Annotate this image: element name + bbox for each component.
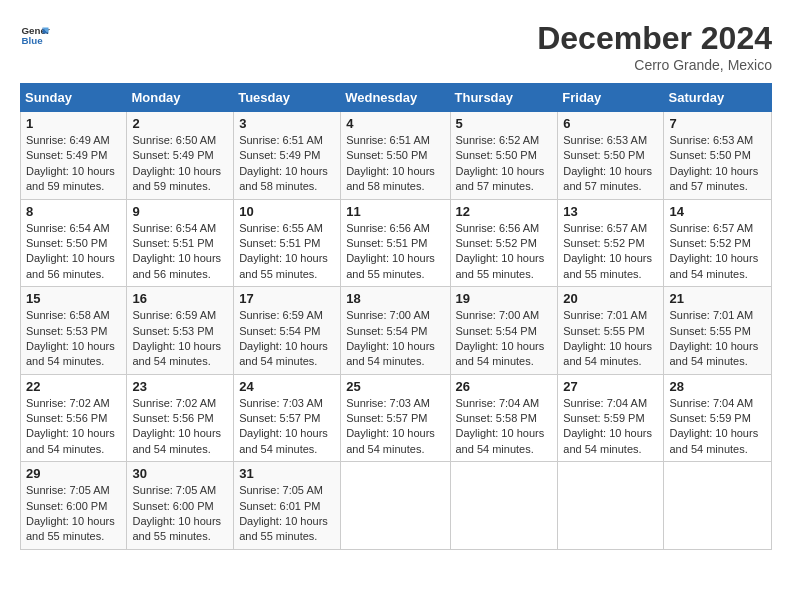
- day-info: Sunrise: 6:51 AMSunset: 5:50 PMDaylight:…: [346, 133, 444, 195]
- day-info: Sunrise: 7:04 AMSunset: 5:59 PMDaylight:…: [563, 396, 658, 458]
- day-info: Sunrise: 7:03 AMSunset: 5:57 PMDaylight:…: [239, 396, 335, 458]
- day-info: Sunrise: 7:05 AMSunset: 6:00 PMDaylight:…: [132, 483, 228, 545]
- day-info: Sunrise: 6:53 AMSunset: 5:50 PMDaylight:…: [669, 133, 766, 195]
- calendar-cell: 6Sunrise: 6:53 AMSunset: 5:50 PMDaylight…: [558, 112, 664, 200]
- day-info: Sunrise: 6:53 AMSunset: 5:50 PMDaylight:…: [563, 133, 658, 195]
- day-info: Sunrise: 7:03 AMSunset: 5:57 PMDaylight:…: [346, 396, 444, 458]
- calendar-cell: 25Sunrise: 7:03 AMSunset: 5:57 PMDayligh…: [341, 374, 450, 462]
- day-info: Sunrise: 6:59 AMSunset: 5:53 PMDaylight:…: [132, 308, 228, 370]
- day-number: 25: [346, 379, 444, 394]
- day-info: Sunrise: 7:02 AMSunset: 5:56 PMDaylight:…: [132, 396, 228, 458]
- calendar-cell: 20Sunrise: 7:01 AMSunset: 5:55 PMDayligh…: [558, 287, 664, 375]
- day-info: Sunrise: 6:50 AMSunset: 5:49 PMDaylight:…: [132, 133, 228, 195]
- day-number: 1: [26, 116, 121, 131]
- day-number: 14: [669, 204, 766, 219]
- location-subtitle: Cerro Grande, Mexico: [537, 57, 772, 73]
- logo-icon: General Blue: [20, 20, 50, 50]
- calendar-header-row: SundayMondayTuesdayWednesdayThursdayFrid…: [21, 84, 772, 112]
- day-number: 15: [26, 291, 121, 306]
- day-number: 24: [239, 379, 335, 394]
- day-number: 23: [132, 379, 228, 394]
- day-info: Sunrise: 7:02 AMSunset: 5:56 PMDaylight:…: [26, 396, 121, 458]
- day-number: 7: [669, 116, 766, 131]
- day-info: Sunrise: 7:05 AMSunset: 6:00 PMDaylight:…: [26, 483, 121, 545]
- day-number: 12: [456, 204, 553, 219]
- day-number: 3: [239, 116, 335, 131]
- calendar-cell: 22Sunrise: 7:02 AMSunset: 5:56 PMDayligh…: [21, 374, 127, 462]
- day-number: 9: [132, 204, 228, 219]
- day-info: Sunrise: 6:59 AMSunset: 5:54 PMDaylight:…: [239, 308, 335, 370]
- day-info: Sunrise: 6:49 AMSunset: 5:49 PMDaylight:…: [26, 133, 121, 195]
- calendar-cell: 4Sunrise: 6:51 AMSunset: 5:50 PMDaylight…: [341, 112, 450, 200]
- logo: General Blue: [20, 20, 50, 50]
- week-row-1: 1Sunrise: 6:49 AMSunset: 5:49 PMDaylight…: [21, 112, 772, 200]
- week-row-2: 8Sunrise: 6:54 AMSunset: 5:50 PMDaylight…: [21, 199, 772, 287]
- calendar-cell: 8Sunrise: 6:54 AMSunset: 5:50 PMDaylight…: [21, 199, 127, 287]
- day-number: 11: [346, 204, 444, 219]
- day-number: 20: [563, 291, 658, 306]
- col-header-sunday: Sunday: [21, 84, 127, 112]
- calendar-cell: 27Sunrise: 7:04 AMSunset: 5:59 PMDayligh…: [558, 374, 664, 462]
- calendar-cell: [341, 462, 450, 550]
- day-number: 29: [26, 466, 121, 481]
- day-number: 4: [346, 116, 444, 131]
- day-info: Sunrise: 6:56 AMSunset: 5:52 PMDaylight:…: [456, 221, 553, 283]
- calendar-cell: 15Sunrise: 6:58 AMSunset: 5:53 PMDayligh…: [21, 287, 127, 375]
- week-row-3: 15Sunrise: 6:58 AMSunset: 5:53 PMDayligh…: [21, 287, 772, 375]
- calendar-cell: 13Sunrise: 6:57 AMSunset: 5:52 PMDayligh…: [558, 199, 664, 287]
- day-info: Sunrise: 7:04 AMSunset: 5:59 PMDaylight:…: [669, 396, 766, 458]
- day-number: 30: [132, 466, 228, 481]
- calendar-table: SundayMondayTuesdayWednesdayThursdayFrid…: [20, 83, 772, 550]
- day-number: 13: [563, 204, 658, 219]
- page-header: General Blue December 2024 Cerro Grande,…: [20, 20, 772, 73]
- day-info: Sunrise: 6:51 AMSunset: 5:49 PMDaylight:…: [239, 133, 335, 195]
- col-header-tuesday: Tuesday: [234, 84, 341, 112]
- day-number: 19: [456, 291, 553, 306]
- calendar-cell: [558, 462, 664, 550]
- calendar-cell: 30Sunrise: 7:05 AMSunset: 6:00 PMDayligh…: [127, 462, 234, 550]
- calendar-cell: 11Sunrise: 6:56 AMSunset: 5:51 PMDayligh…: [341, 199, 450, 287]
- day-info: Sunrise: 7:01 AMSunset: 5:55 PMDaylight:…: [563, 308, 658, 370]
- day-info: Sunrise: 6:56 AMSunset: 5:51 PMDaylight:…: [346, 221, 444, 283]
- day-info: Sunrise: 6:57 AMSunset: 5:52 PMDaylight:…: [563, 221, 658, 283]
- calendar-cell: 18Sunrise: 7:00 AMSunset: 5:54 PMDayligh…: [341, 287, 450, 375]
- calendar-cell: 24Sunrise: 7:03 AMSunset: 5:57 PMDayligh…: [234, 374, 341, 462]
- calendar-cell: 5Sunrise: 6:52 AMSunset: 5:50 PMDaylight…: [450, 112, 558, 200]
- calendar-cell: 29Sunrise: 7:05 AMSunset: 6:00 PMDayligh…: [21, 462, 127, 550]
- calendar-cell: [450, 462, 558, 550]
- day-info: Sunrise: 7:04 AMSunset: 5:58 PMDaylight:…: [456, 396, 553, 458]
- day-info: Sunrise: 7:01 AMSunset: 5:55 PMDaylight:…: [669, 308, 766, 370]
- day-info: Sunrise: 6:54 AMSunset: 5:51 PMDaylight:…: [132, 221, 228, 283]
- calendar-cell: 12Sunrise: 6:56 AMSunset: 5:52 PMDayligh…: [450, 199, 558, 287]
- day-number: 28: [669, 379, 766, 394]
- month-title: December 2024: [537, 20, 772, 57]
- svg-text:Blue: Blue: [22, 35, 44, 46]
- day-number: 27: [563, 379, 658, 394]
- col-header-friday: Friday: [558, 84, 664, 112]
- calendar-cell: 7Sunrise: 6:53 AMSunset: 5:50 PMDaylight…: [664, 112, 772, 200]
- calendar-cell: 26Sunrise: 7:04 AMSunset: 5:58 PMDayligh…: [450, 374, 558, 462]
- day-number: 8: [26, 204, 121, 219]
- calendar-cell: 16Sunrise: 6:59 AMSunset: 5:53 PMDayligh…: [127, 287, 234, 375]
- calendar-cell: 2Sunrise: 6:50 AMSunset: 5:49 PMDaylight…: [127, 112, 234, 200]
- day-info: Sunrise: 6:52 AMSunset: 5:50 PMDaylight:…: [456, 133, 553, 195]
- day-number: 17: [239, 291, 335, 306]
- day-info: Sunrise: 6:55 AMSunset: 5:51 PMDaylight:…: [239, 221, 335, 283]
- day-number: 2: [132, 116, 228, 131]
- week-row-5: 29Sunrise: 7:05 AMSunset: 6:00 PMDayligh…: [21, 462, 772, 550]
- calendar-cell: 1Sunrise: 6:49 AMSunset: 5:49 PMDaylight…: [21, 112, 127, 200]
- calendar-cell: [664, 462, 772, 550]
- day-number: 21: [669, 291, 766, 306]
- week-row-4: 22Sunrise: 7:02 AMSunset: 5:56 PMDayligh…: [21, 374, 772, 462]
- day-info: Sunrise: 6:58 AMSunset: 5:53 PMDaylight:…: [26, 308, 121, 370]
- day-info: Sunrise: 7:00 AMSunset: 5:54 PMDaylight:…: [346, 308, 444, 370]
- day-info: Sunrise: 6:57 AMSunset: 5:52 PMDaylight:…: [669, 221, 766, 283]
- day-number: 6: [563, 116, 658, 131]
- calendar-cell: 3Sunrise: 6:51 AMSunset: 5:49 PMDaylight…: [234, 112, 341, 200]
- day-info: Sunrise: 7:00 AMSunset: 5:54 PMDaylight:…: [456, 308, 553, 370]
- calendar-cell: 9Sunrise: 6:54 AMSunset: 5:51 PMDaylight…: [127, 199, 234, 287]
- day-number: 26: [456, 379, 553, 394]
- title-area: December 2024 Cerro Grande, Mexico: [537, 20, 772, 73]
- col-header-thursday: Thursday: [450, 84, 558, 112]
- calendar-cell: 19Sunrise: 7:00 AMSunset: 5:54 PMDayligh…: [450, 287, 558, 375]
